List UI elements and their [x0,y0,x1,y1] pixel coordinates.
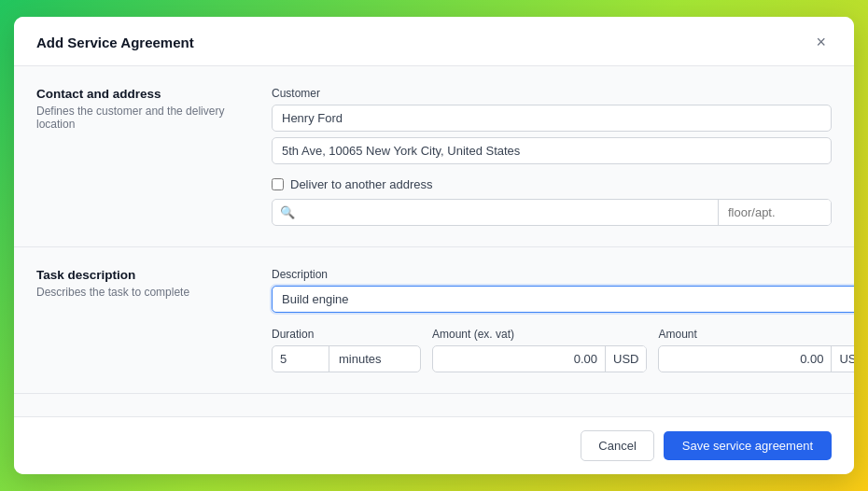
description-label: Description [272,268,854,281]
amount-group: Amount USD [658,328,854,372]
amount-input[interactable] [659,346,831,372]
modal-title: Add Service Agreement [36,35,194,50]
address-search-left: 🔍 [273,200,719,225]
address-search-row: 🔍 [272,199,832,226]
task-section-content: Description Duration minutes Amount (ex.… [272,268,854,372]
task-section-title: Task description [36,268,242,282]
amount-ex-vat-label: Amount (ex. vat) [432,328,647,341]
description-input[interactable] [272,286,854,313]
duration-label: Duration [272,328,421,341]
amount-ex-vat-currency: USD [605,346,646,372]
search-icon: 🔍 [280,205,295,219]
save-button[interactable]: Save service agreement [664,431,832,460]
modal-body: Contact and address Defines the customer… [14,66,854,416]
deliver-checkbox[interactable] [272,178,284,190]
amount-ex-vat-group: Amount (ex. vat) USD [432,328,647,372]
duration-amount-row: Duration minutes Amount (ex. vat) USD [272,328,854,372]
task-section-label: Task description Describes the task to c… [36,268,242,372]
customer-label: Customer [272,87,832,100]
contact-section: Contact and address Defines the customer… [14,66,854,247]
modal: Add Service Agreement × Contact and addr… [14,17,854,474]
amount-label: Amount [658,328,854,341]
amount-ex-vat-field: USD [432,345,647,372]
cancel-button[interactable]: Cancel [581,430,653,461]
customer-input[interactable] [272,105,832,132]
contact-section-title: Contact and address [36,87,242,101]
amount-currency: USD [831,346,854,372]
duration-input-group: minutes [272,345,421,372]
deliver-checkbox-row: Deliver to another address [272,177,832,191]
duration-group: Duration minutes [272,328,421,372]
task-section-desc: Describes the task to complete [36,286,242,299]
amount-ex-vat-input[interactable] [433,346,605,372]
customer-address-input[interactable] [272,137,832,164]
close-button[interactable]: × [810,32,832,52]
contact-section-desc: Defines the customer and the delivery lo… [36,105,242,131]
duration-input[interactable] [273,346,329,372]
modal-footer: Cancel Save service agreement [14,416,854,474]
deliver-checkbox-label: Deliver to another address [290,177,432,191]
contact-section-label: Contact and address Defines the customer… [36,87,242,226]
task-section: Task description Describes the task to c… [14,247,854,394]
floor-apt-input[interactable] [719,200,831,225]
contact-section-content: Customer Deliver to another address 🔍 [272,87,832,226]
duration-unit: minutes [329,346,391,372]
modal-header: Add Service Agreement × [14,17,854,66]
amount-field: USD [658,345,854,372]
